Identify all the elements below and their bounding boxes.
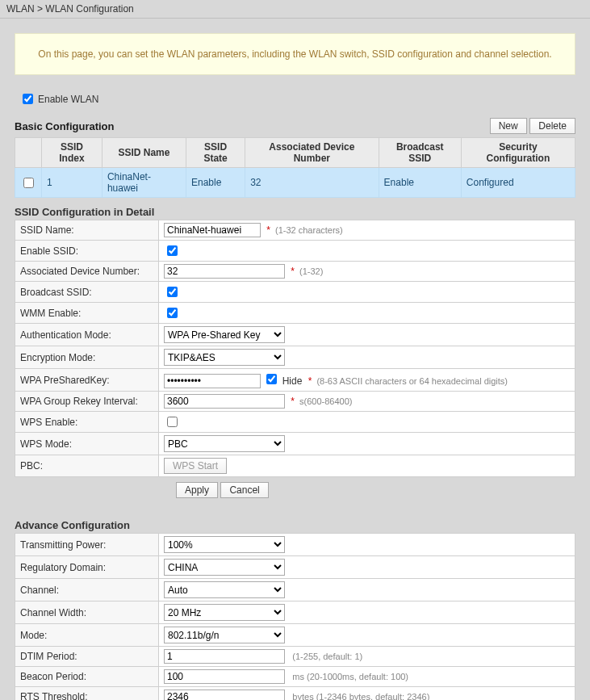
dtim-input[interactable] [164,649,285,664]
enable-ssid-checkbox[interactable] [167,245,178,256]
chan-select[interactable]: Auto [164,581,285,598]
beacon-input[interactable] [164,669,285,684]
page-hint: On this page, you can set the WLAN param… [15,33,575,75]
adv-title: Advance Configuration [15,511,575,533]
enable-ssid-label: Enable SSID: [15,241,159,262]
rekey-hint: s(600-86400) [299,396,352,406]
auth-label: Authentication Mode: [15,324,159,346]
col-assoc: Associated Device Number [245,138,379,168]
ssid-name-label: SSID Name: [15,220,159,241]
assoc-hint: (1-32) [299,266,323,276]
dtim-hint: (1-255, default: 1) [292,652,362,661]
rts-hint: bytes (1-2346 bytes, default: 2346) [292,692,429,700]
assoc-label: Associated Device Number: [15,262,159,282]
hide-psk-label: Hide [282,375,305,387]
tx-select[interactable]: 100% [164,536,285,553]
ssid-name-hint: (1-32 characters) [275,225,343,235]
enc-select[interactable]: TKIP&AES [164,349,285,366]
chan-label: Channel: [15,579,159,601]
rts-label: RTS Threshold: [15,687,159,701]
enable-wlan-label: Enable WLAN [38,94,98,105]
col-sec: Security Configuration [461,138,575,168]
rekey-label: WPA Group Rekey Interval: [15,392,159,412]
cell-name: ChinaNet-huawei [102,168,186,198]
ssid-name-input[interactable] [164,223,261,237]
row-checkbox[interactable] [23,178,34,188]
wps-enable-label: WPS Enable: [15,412,159,433]
cell-sec: Configured [461,168,575,198]
wps-enable-checkbox[interactable] [167,417,178,427]
basic-title: Basic Configuration [15,120,115,132]
beacon-label: Beacon Period: [15,667,159,687]
cell-assoc: 32 [245,168,379,198]
ssid-table: SSID Index SSID Name SSID State Associat… [15,137,575,198]
new-button[interactable]: New [490,118,527,134]
bcast-checkbox[interactable] [167,287,178,297]
auth-select[interactable]: WPA Pre-Shared Key [164,326,285,343]
table-row[interactable]: 1 ChinaNet-huawei Enable 32 Enable Confi… [15,168,575,198]
wps-mode-select[interactable]: PBC [164,435,285,452]
detail-title: SSID Configuration in Detail [15,198,575,220]
rts-input[interactable] [164,690,285,700]
apply-button-detail[interactable]: Apply [176,482,218,498]
enc-label: Encryption Mode: [15,346,159,369]
reg-select[interactable]: CHINA [164,559,285,576]
cancel-button-detail[interactable]: Cancel [220,482,268,498]
col-bcast: Broadcast SSID [379,138,461,168]
col-ssid-index: SSID Index [42,138,103,168]
rekey-input[interactable] [164,394,285,409]
hide-psk-checkbox[interactable] [266,374,277,384]
col-ssid-state: SSID State [186,138,245,168]
cell-state: Enable [186,168,245,198]
cell-bcast: Enable [379,168,461,198]
wps-mode-label: WPS Mode: [15,433,159,455]
psk-label: WPA PreSharedKey: [15,369,159,392]
col-ssid-name: SSID Name [102,138,186,168]
breadcrumb: WLAN > WLAN Configuration [0,0,590,19]
bcast-label: Broadcast SSID: [15,282,159,303]
wmm-checkbox[interactable] [167,308,178,318]
dtim-label: DTIM Period: [15,647,159,667]
beacon-hint: ms (20-1000ms, default: 100) [292,672,408,681]
tx-label: Transmitting Power: [15,534,159,556]
enable-wlan-checkbox[interactable] [23,94,33,104]
mode-label: Mode: [15,624,159,647]
reg-label: Regulatory Domain: [15,556,159,579]
wps-start-button[interactable]: WPS Start [164,458,227,474]
mode-select[interactable]: 802.11b/g/n [164,627,285,643]
width-select[interactable]: 20 MHz [164,604,285,621]
assoc-input[interactable] [164,264,285,279]
pbc-label: PBC: [15,455,159,477]
wmm-label: WMM Enable: [15,303,159,324]
psk-input[interactable] [164,374,261,388]
width-label: Channel Width: [15,601,159,624]
delete-button[interactable]: Delete [529,118,575,134]
cell-idx: 1 [42,168,103,198]
psk-hint: (8-63 ASCII characters or 64 hexadecimal… [316,376,508,386]
